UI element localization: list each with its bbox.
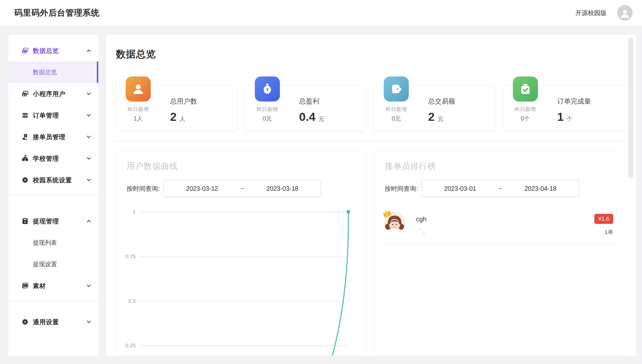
sidebar-subitem-withdraw-list[interactable]: 提现列表 bbox=[8, 232, 98, 253]
end-date[interactable]: 2023-04-18 bbox=[524, 185, 556, 192]
sidebar-group-1: 数据总览 数据总览 小程序用户 bbox=[8, 35, 98, 195]
order-management-icon bbox=[21, 112, 29, 119]
sidebar-subitem-label: 提现设置 bbox=[33, 260, 57, 268]
stat-main-block: 订单完成量 1 个 bbox=[557, 97, 591, 124]
query-label: 按时间查询: bbox=[127, 185, 160, 193]
chevron-down-icon bbox=[86, 112, 92, 118]
start-date[interactable]: 2023-03-01 bbox=[444, 185, 476, 192]
sidebar: 数据总览 数据总览 小程序用户 bbox=[8, 35, 98, 356]
stat-main-block: 总交易额 2 元 bbox=[428, 97, 455, 124]
sidebar-item-label: 提现管理 bbox=[33, 217, 59, 225]
stat-main-block: 总盈利 0.4 元 bbox=[299, 97, 324, 124]
stat-unit: 元 bbox=[438, 115, 443, 123]
panel-title: 接单员排行榜 bbox=[385, 161, 436, 172]
user-curve-panel: 用户数据曲线 按时间查询: 2023-03-12 ~ 2023-03-18 1 … bbox=[116, 151, 366, 356]
stat-unit: 人 bbox=[180, 115, 185, 123]
general-settings-icon bbox=[21, 318, 29, 326]
date-range-picker[interactable]: 2023-03-12 ~ 2023-03-18 bbox=[163, 180, 321, 197]
chevron-down-icon bbox=[86, 283, 92, 289]
sidebar-item-school-management[interactable]: 学校管理 bbox=[8, 148, 98, 169]
edition-label: 开源校园版 bbox=[575, 9, 607, 17]
sidebar-item-label: 素材 bbox=[33, 282, 46, 290]
stat-cards-row: 昨日新增 1人 总用户数 2 人 ¥ 昨日新增 0元 bbox=[116, 85, 624, 131]
app-header: 码里码外后台管理系统 开源校园版 bbox=[0, 0, 642, 26]
stat-value: 0.4 bbox=[299, 110, 315, 124]
yesterday-value: 0元 bbox=[249, 115, 286, 123]
y-tick-label: 0.75 bbox=[125, 253, 136, 259]
ranking-panel: 接单员排行榜 按时间查询: 2023-03-01 ~ 2023-04-18 bbox=[374, 151, 624, 356]
yesterday-label: 昨日新增 bbox=[249, 106, 286, 113]
sidebar-subitem-withdraw-settings[interactable]: 提现设置 bbox=[8, 253, 98, 275]
sidebar-item-label: 学校管理 bbox=[33, 154, 59, 163]
yesterday-value: 0个 bbox=[507, 115, 544, 123]
clipboard-check-icon bbox=[513, 76, 538, 102]
svg-text:¥: ¥ bbox=[24, 221, 26, 224]
stat-value: 2 bbox=[170, 110, 177, 124]
app-title: 码里码外后台管理系统 bbox=[14, 7, 100, 19]
stat-title: 总交易额 bbox=[428, 97, 455, 106]
yesterday-label: 昨日新增 bbox=[377, 106, 415, 113]
start-date[interactable]: 2023-03-12 bbox=[186, 185, 218, 192]
scrollbar-thumb[interactable] bbox=[628, 37, 633, 178]
stat-unit: 个 bbox=[567, 115, 573, 123]
sidebar-item-order-management[interactable]: 订单管理 bbox=[8, 105, 98, 126]
main-content: 数据总览 昨日新增 1人 总用户数 2 人 bbox=[106, 35, 636, 356]
sidebar-item-general-settings[interactable]: 通用设置 bbox=[8, 311, 98, 333]
sidebar-item-withdraw-management[interactable]: ¥ 提现管理 bbox=[8, 210, 98, 232]
yesterday-value: 0元 bbox=[377, 115, 415, 123]
stat-title: 总盈利 bbox=[299, 97, 324, 106]
order-taker-icon bbox=[21, 133, 29, 141]
y-tick-label: 0.25 bbox=[125, 342, 136, 348]
y-tick-label: 0.5 bbox=[128, 298, 136, 304]
sidebar-item-label: 通用设置 bbox=[33, 318, 59, 326]
stat-card-completed-orders: 昨日新增 0个 订单完成量 1 个 bbox=[503, 85, 624, 131]
data-overview-icon bbox=[21, 47, 29, 54]
stat-main-block: 总用户数 2 人 bbox=[170, 97, 197, 124]
yesterday-label: 昨日新增 bbox=[119, 106, 157, 113]
chevron-down-icon bbox=[86, 134, 92, 140]
query-label: 按时间查询: bbox=[385, 185, 418, 193]
stat-value: 1 bbox=[557, 110, 564, 124]
yesterday-block: 昨日新增 0元 bbox=[377, 106, 415, 123]
sidebar-item-campus-system-settings[interactable]: 校园系统设置 bbox=[8, 169, 98, 191]
chevron-down-icon bbox=[86, 91, 92, 97]
sidebar-item-miniprogram-users[interactable]: 小程序用户 bbox=[8, 83, 98, 105]
order-count: 1单 bbox=[605, 228, 613, 236]
section-divider bbox=[116, 141, 624, 141]
withdraw-icon: ¥ bbox=[21, 217, 29, 225]
y-tick-label: 1 bbox=[133, 209, 136, 215]
material-icon bbox=[21, 282, 29, 290]
rank-user-signature: 「」 bbox=[417, 227, 428, 235]
sidebar-item-data-overview[interactable]: 数据总览 bbox=[8, 40, 98, 61]
svg-text:¥: ¥ bbox=[266, 87, 269, 92]
stat-unit: 元 bbox=[318, 115, 324, 123]
stat-value: 2 bbox=[428, 110, 435, 124]
query-row: 按时间查询: 2023-03-01 ~ 2023-04-18 bbox=[385, 180, 579, 197]
yesterday-block: 昨日新增 0个 bbox=[507, 106, 544, 123]
money-bag-icon: ¥ bbox=[255, 76, 280, 102]
curve-endpoint-dot bbox=[346, 210, 350, 214]
sidebar-group-3: 通用设置 bbox=[8, 301, 98, 337]
end-date[interactable]: 2023-03-18 bbox=[266, 185, 298, 192]
yesterday-block: 昨日新增 1人 bbox=[119, 106, 157, 123]
date-range-picker[interactable]: 2023-03-01 ~ 2023-04-18 bbox=[421, 180, 579, 197]
campus-settings-icon bbox=[21, 176, 29, 184]
user-icon bbox=[126, 76, 151, 102]
chevron-up-icon bbox=[86, 218, 92, 224]
sidebar-subitem-label: 数据总览 bbox=[33, 68, 57, 76]
sidebar-item-label: 订单管理 bbox=[33, 111, 59, 120]
user-curve-chart: 1 0.75 0.5 0.25 bbox=[116, 202, 366, 356]
chevron-down-icon bbox=[86, 319, 92, 325]
date-separator: ~ bbox=[499, 185, 502, 192]
sidebar-item-order-taker-management[interactable]: 接单员管理 bbox=[8, 126, 98, 148]
stat-title: 订单完成量 bbox=[557, 97, 591, 106]
school-icon bbox=[21, 155, 29, 162]
page-title: 数据总览 bbox=[116, 47, 156, 61]
sidebar-item-label: 校园系统设置 bbox=[33, 176, 72, 184]
query-row: 按时间查询: 2023-03-12 ~ 2023-03-18 bbox=[127, 180, 321, 197]
sidebar-subitem-data-overview[interactable]: 数据总览 bbox=[8, 61, 98, 83]
sidebar-item-material[interactable]: 素材 bbox=[8, 275, 98, 297]
sidebar-item-label: 接单员管理 bbox=[33, 133, 65, 141]
stat-title: 总用户数 bbox=[170, 97, 197, 106]
user-avatar[interactable] bbox=[617, 5, 633, 21]
